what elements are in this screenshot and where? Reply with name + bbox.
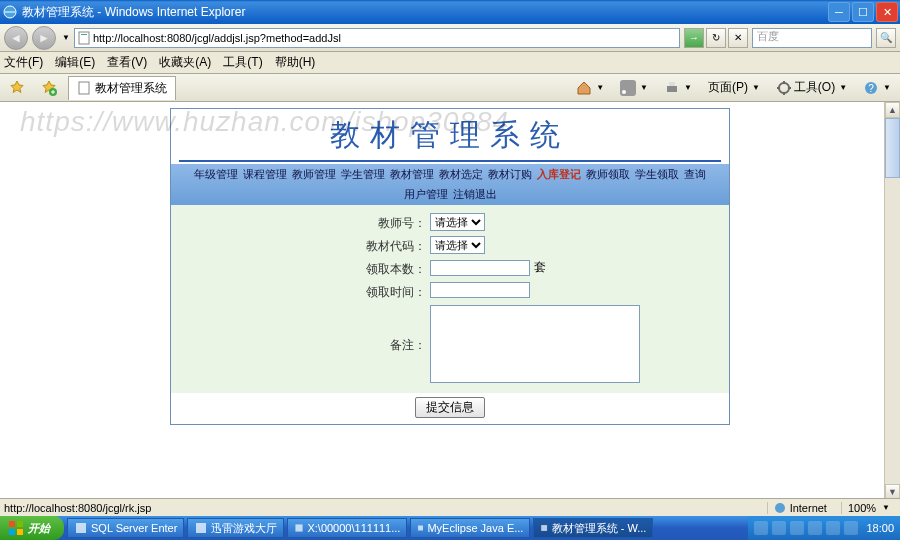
nav-item[interactable]: 教材选定: [439, 167, 483, 182]
browser-statusbar: http://localhost:8080/jcgl/rk.jsp Intern…: [0, 498, 900, 516]
nav-item[interactable]: 入库登记: [537, 167, 581, 182]
back-button[interactable]: ◄: [4, 26, 28, 50]
svg-rect-17: [76, 523, 86, 533]
taskbar-item[interactable]: MyEclipse Java E...: [410, 518, 530, 538]
tools-menu[interactable]: 工具(O)▼: [771, 76, 852, 99]
menu-file[interactable]: 文件(F): [4, 54, 43, 71]
windows-logo-icon: [8, 520, 24, 536]
nav-item[interactable]: 学生领取: [635, 167, 679, 182]
tab-label: 教材管理系统: [95, 80, 167, 97]
remark-textarea[interactable]: [430, 305, 640, 383]
tray-icon[interactable]: [844, 521, 858, 535]
start-button[interactable]: 开始: [0, 516, 64, 540]
teacher-label: 教师号：: [171, 213, 426, 232]
home-icon[interactable]: ▼: [571, 77, 609, 99]
ie-icon: [2, 4, 18, 20]
svg-rect-7: [667, 86, 677, 92]
svg-rect-13: [9, 521, 15, 527]
app-navbar: 年级管理课程管理教师管理学生管理教材管理教材选定教材订购入库登记教师领取学生领取…: [171, 164, 729, 205]
forward-button[interactable]: ►: [32, 26, 56, 50]
scroll-thumb[interactable]: [885, 118, 900, 178]
tray-icon[interactable]: [772, 521, 786, 535]
stop-button[interactable]: ✕: [728, 28, 748, 48]
nav-item[interactable]: 教师管理: [292, 167, 336, 182]
menu-favorites[interactable]: 收藏夹(A): [159, 54, 211, 71]
search-button[interactable]: 🔍: [876, 28, 896, 48]
nav-item[interactable]: 教材订购: [488, 167, 532, 182]
nav-item[interactable]: 年级管理: [194, 167, 238, 182]
tray-icon[interactable]: [826, 521, 840, 535]
menu-view[interactable]: 查看(V): [107, 54, 147, 71]
svg-rect-20: [418, 525, 423, 530]
refresh-button[interactable]: ↻: [706, 28, 726, 48]
minimize-button[interactable]: ─: [828, 2, 850, 22]
security-zone: Internet: [767, 502, 833, 514]
remark-label: 备注：: [171, 335, 426, 354]
form-panel: 教师号： 请选择 教材代码： 请选择 领取本数： 套 领取时间： 备注：: [171, 205, 729, 393]
page-icon: [77, 81, 91, 95]
menu-tools[interactable]: 工具(T): [223, 54, 262, 71]
add-favorite-icon[interactable]: [36, 77, 62, 99]
tray-icon[interactable]: [790, 521, 804, 535]
nav-item[interactable]: 学生管理: [341, 167, 385, 182]
time-label: 领取时间：: [171, 282, 426, 301]
nav-item[interactable]: 查询: [684, 167, 706, 182]
nav-item[interactable]: 注销退出: [453, 187, 497, 202]
scroll-up-icon[interactable]: ▲: [885, 102, 900, 118]
zoom-level[interactable]: 100% ▼: [841, 502, 896, 514]
svg-rect-8: [669, 82, 675, 86]
browser-tab[interactable]: 教材管理系统: [68, 76, 176, 100]
browser-toolbar: 教材管理系统 ▼ ▼ ▼ 页面(P)▼ 工具(O)▼ ?▼: [0, 74, 900, 102]
svg-rect-16: [17, 529, 23, 535]
nav-item[interactable]: 用户管理: [404, 187, 448, 202]
menu-help[interactable]: 帮助(H): [275, 54, 316, 71]
favorites-star-icon[interactable]: [4, 77, 30, 99]
url-text: http://localhost:8080/jcgl/addjsl.jsp?me…: [93, 32, 341, 44]
page-menu[interactable]: 页面(P)▼: [703, 76, 765, 99]
history-dropdown[interactable]: ▼: [62, 33, 70, 42]
close-button[interactable]: ✕: [876, 2, 898, 22]
qty-unit: 套: [534, 259, 546, 276]
nav-item[interactable]: 课程管理: [243, 167, 287, 182]
address-bar[interactable]: http://localhost:8080/jcgl/addjsl.jsp?me…: [74, 28, 680, 48]
taskbar-item[interactable]: 教材管理系统 - W...: [533, 518, 653, 538]
tray-icon[interactable]: [754, 521, 768, 535]
taskbar-item[interactable]: X:\00000\111111...: [287, 518, 407, 538]
qty-label: 领取本数：: [171, 259, 426, 278]
svg-rect-2: [81, 34, 87, 35]
window-title: 教材管理系统 - Windows Internet Explorer: [22, 4, 245, 21]
svg-rect-14: [17, 521, 23, 527]
teacher-select[interactable]: 请选择: [430, 213, 485, 231]
window-titlebar: 教材管理系统 - Windows Internet Explorer ─ ☐ ✕: [0, 0, 900, 24]
globe-icon: [774, 502, 786, 514]
title-divider: [179, 160, 721, 162]
clock[interactable]: 18:00: [866, 522, 894, 534]
vertical-scrollbar[interactable]: ▲ ▼: [884, 102, 900, 500]
feeds-icon[interactable]: ▼: [615, 77, 653, 99]
app-title: 教材管理系统: [171, 109, 729, 160]
svg-rect-18: [196, 523, 206, 533]
print-icon[interactable]: ▼: [659, 77, 697, 99]
tray-icon[interactable]: [808, 521, 822, 535]
submit-row: 提交信息: [171, 393, 729, 424]
qty-input[interactable]: [430, 260, 530, 276]
maximize-button[interactable]: ☐: [852, 2, 874, 22]
time-input[interactable]: [430, 282, 530, 298]
submit-button[interactable]: 提交信息: [415, 397, 485, 418]
browser-menubar: 文件(F) 编辑(E) 查看(V) 收藏夹(A) 工具(T) 帮助(H): [0, 52, 900, 74]
svg-point-6: [622, 90, 626, 94]
go-button[interactable]: →: [684, 28, 704, 48]
menu-edit[interactable]: 编辑(E): [55, 54, 95, 71]
nav-item[interactable]: 教师领取: [586, 167, 630, 182]
svg-point-12: [775, 503, 785, 513]
svg-text:?: ?: [868, 83, 874, 94]
page-icon: [77, 31, 91, 45]
taskbar-item[interactable]: 迅雷游戏大厅: [187, 518, 284, 538]
nav-item[interactable]: 教材管理: [390, 167, 434, 182]
status-text: http://localhost:8080/jcgl/rk.jsp: [4, 502, 151, 514]
taskbar-item[interactable]: SQL Server Enter: [67, 518, 184, 538]
search-box[interactable]: 百度: [752, 28, 872, 48]
help-icon[interactable]: ?▼: [858, 77, 896, 99]
code-select[interactable]: 请选择: [430, 236, 485, 254]
system-tray: 18:00: [748, 516, 900, 540]
